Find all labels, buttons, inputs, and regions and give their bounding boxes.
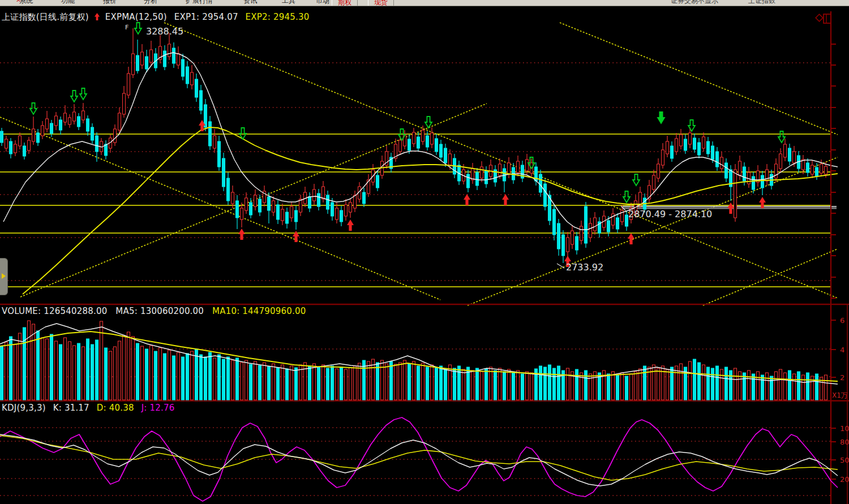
chart-title: 上证指数(日线.前复权): [2, 12, 89, 22]
kdj-gridlines: [0, 428, 831, 496]
svg-text:80: 80: [840, 438, 849, 446]
candlesticks[interactable]: [1, 28, 827, 263]
svg-text:3288.45: 3288.45: [146, 26, 183, 37]
svg-text:2: 2: [840, 373, 844, 382]
volume-bars[interactable]: [1, 321, 827, 400]
sidebar-expand-handle[interactable]: [0, 258, 8, 295]
main-chart-header: 上证指数(日线.前复权) EXPMA(12,50) EXP1: 2954.07 …: [2, 12, 309, 23]
corner-icons[interactable]: [816, 14, 831, 23]
kdj-d-line: [0, 436, 838, 480]
svg-text:2870.49 - 2874.10: 2870.49 - 2874.10: [628, 209, 712, 219]
kdj-d-value: D: 40.38: [97, 403, 134, 413]
restore-window-icon: [824, 14, 831, 23]
svg-text:20: 20: [840, 475, 849, 484]
up-arrow-icon: [93, 12, 101, 21]
chart-canvas[interactable]: F3288.452870.49 - 2874.102733.92642X1万10…: [0, 0, 849, 504]
svg-text:F: F: [125, 24, 128, 31]
diamond-icon: [816, 14, 823, 21]
kdj-axis: 100805020: [831, 424, 849, 484]
svg-text:100: 100: [840, 424, 849, 433]
kdj-k-value: K: 31.17: [53, 403, 89, 413]
svg-text:X1万: X1万: [832, 391, 848, 399]
volume-value: VOLUME: 126540288.00: [2, 306, 107, 316]
kdj-indicator-name: KDJ(9,3,3): [2, 403, 46, 413]
exp1-value: EXP1: 2954.07: [174, 12, 238, 22]
svg-text:50: 50: [840, 456, 849, 464]
volume-pane-header: VOLUME: 126540288.00 MA5: 130060200.00 M…: [2, 306, 306, 316]
svg-text:2733.92: 2733.92: [566, 262, 603, 273]
kdj-j-value: J: 12.76: [142, 403, 175, 413]
svg-text:4: 4: [840, 346, 844, 354]
expand-arrow-icon: [2, 273, 6, 279]
volume-ma5-value: MA5: 130060200.00: [115, 306, 204, 316]
volume-ma10-value: MA10: 144790960.00: [212, 306, 306, 316]
trendlines: [0, 23, 838, 305]
kdj-pane-header: KDJ(9,3,3) K: 31.17 D: 40.38 J: 12.76: [2, 403, 175, 413]
indicator-name: EXPMA(12,50): [105, 12, 167, 22]
svg-text:6: 6: [840, 316, 844, 325]
volume-axis: 642X1万: [831, 316, 848, 399]
trading-terminal-window: ✕ 系统 功能 报价 分析 扩展行情 资讯 工具 市场 期权 现货 证券交易不显…: [0, 0, 849, 504]
exp2-value: EXP2: 2945.30: [246, 12, 310, 22]
